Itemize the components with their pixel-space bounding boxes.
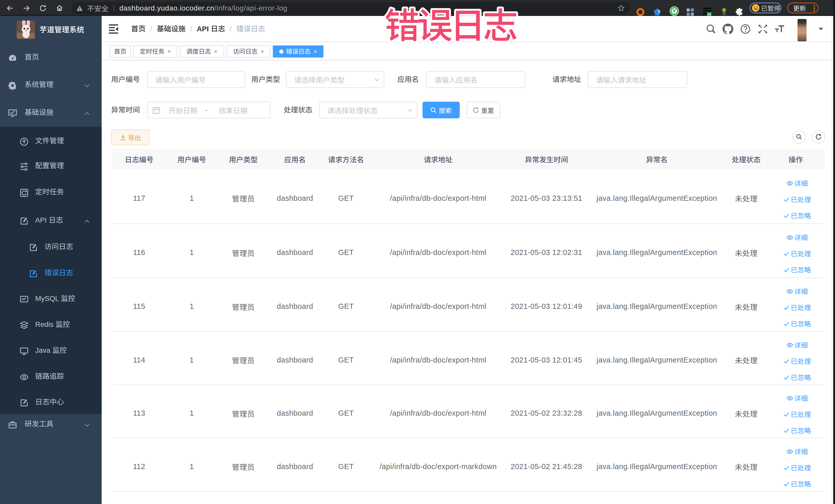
svg-text:on: on <box>708 13 711 16</box>
